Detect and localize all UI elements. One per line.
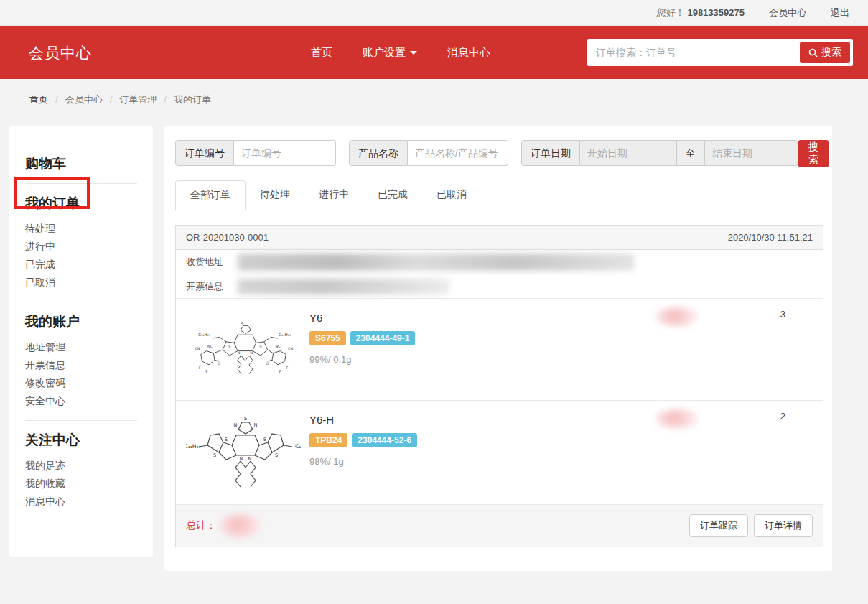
product-name[interactable]: Y6-H bbox=[309, 414, 417, 426]
topbar-member-center-link[interactable]: 会员中心 bbox=[769, 6, 806, 19]
sku-badge: S6755 bbox=[309, 331, 346, 345]
filter-order-no: 订单编号 bbox=[175, 140, 336, 166]
chevron-down-icon bbox=[410, 51, 417, 55]
sidebar-item-cancelled: 已取消 bbox=[25, 274, 137, 292]
svg-text:S: S bbox=[259, 344, 261, 348]
sidebar-title-cart[interactable]: 购物车 bbox=[25, 154, 137, 173]
product-image: S S S N N C₁₁H₂₃ C₁₁H₂₃ NC CN NC CN O O … bbox=[186, 309, 301, 390]
order-status-tabs: 全部订单 待处理 进行中 已完成 已取消 bbox=[175, 180, 823, 210]
filter-search-button[interactable]: 搜索 bbox=[798, 140, 829, 167]
sidebar-item-invoice-info: 开票信息 bbox=[25, 356, 137, 374]
product-info: Y6-H TPB24 2304444-52-6 98%/ 1g bbox=[309, 411, 417, 494]
order-actions: 订单跟踪 订单详情 bbox=[689, 514, 813, 537]
sidebar: 购物车 我的订单 待处理 进行中 已完成 已取消 我的账户 地址管理 开票信息 … bbox=[9, 126, 153, 557]
redacted-price bbox=[655, 307, 697, 326]
brand-title: 会员中心 bbox=[29, 43, 92, 63]
sidebar-title-my-orders[interactable]: 我的订单 bbox=[25, 194, 137, 213]
redacted-shipping-address bbox=[238, 254, 634, 271]
sidebar-title-my-account[interactable]: 我的账户 bbox=[25, 312, 137, 331]
item-quantity: 3 bbox=[780, 309, 785, 320]
header-search-button[interactable]: 搜索 bbox=[799, 41, 851, 64]
tab-cancelled[interactable]: 已取消 bbox=[422, 180, 481, 210]
sidebar-order-links: 待处理 进行中 已完成 已取消 bbox=[25, 220, 137, 292]
sidebar-item-completed: 已完成 bbox=[25, 256, 137, 274]
greeting: 您好！19813359275 bbox=[656, 6, 745, 19]
side-chain-label: C₁₁H₂₃ bbox=[295, 443, 301, 450]
product-info: Y6 S6755 2304444-49-1 99%/ 0.1g bbox=[309, 309, 415, 390]
cas-badge: 2304444-49-1 bbox=[350, 331, 416, 345]
topbar-logout-link[interactable]: 退出 bbox=[831, 6, 849, 19]
svg-text:CN: CN bbox=[288, 347, 293, 350]
filter-date-to-label: 至 bbox=[677, 140, 705, 166]
shipping-address-row: 收货地址 bbox=[176, 250, 823, 274]
product-name[interactable]: Y6 bbox=[309, 312, 415, 324]
nav-home[interactable]: 首页 bbox=[311, 46, 332, 60]
nav-account-settings[interactable]: 账户设置 bbox=[363, 46, 417, 60]
svg-text:S: S bbox=[275, 452, 278, 458]
side-chain-label: C₁₁H₂₃ bbox=[279, 332, 291, 336]
nav-message-center[interactable]: 消息中心 bbox=[447, 46, 490, 60]
svg-text:F: F bbox=[279, 370, 281, 373]
filter-product-input[interactable] bbox=[408, 140, 508, 166]
breadcrumb-member-center: 会员中心 bbox=[48, 93, 103, 106]
filter-order-no-input[interactable] bbox=[234, 140, 336, 166]
svg-text:S: S bbox=[263, 437, 266, 442]
filter-date-start-input[interactable] bbox=[580, 140, 677, 166]
product-badges: TPB24 2304444-52-6 bbox=[309, 433, 417, 447]
product-badges: S6755 2304444-49-1 bbox=[309, 331, 415, 345]
invoice-info-label: 开票信息 bbox=[186, 280, 238, 293]
molecule-structure-icon: S S S N N C₁₁H₂₃ C₁₁H₂₃ NC CN NC CN O O … bbox=[186, 314, 301, 386]
filter-date-label: 订单日期 bbox=[521, 140, 580, 166]
tab-in-progress[interactable]: 进行中 bbox=[304, 180, 363, 210]
cas-badge: 2304444-52-6 bbox=[352, 433, 417, 447]
svg-text:NC: NC bbox=[276, 344, 281, 348]
molecule-structure-icon: S N N S S S S N N C₁₁H₂₃ C₁₁H₂₃ bbox=[186, 412, 301, 493]
filter-order-no-label: 订单编号 bbox=[175, 140, 234, 166]
breadcrumb-my-orders: 我的订单 bbox=[157, 93, 211, 106]
svg-text:S: S bbox=[228, 344, 230, 348]
svg-text:S: S bbox=[225, 437, 228, 442]
filter-product-label: 产品名称 bbox=[349, 140, 408, 166]
tab-all-orders[interactable]: 全部订单 bbox=[175, 180, 246, 210]
sidebar-item-in-progress: 进行中 bbox=[25, 238, 137, 256]
order-datetime: 2020/10/30 11:51:21 bbox=[728, 232, 813, 243]
svg-text:O: O bbox=[266, 361, 269, 365]
svg-text:S: S bbox=[241, 321, 243, 325]
filter-date-end-input[interactable] bbox=[705, 140, 798, 166]
tab-completed[interactable]: 已完成 bbox=[363, 180, 422, 210]
tab-pending[interactable]: 待处理 bbox=[246, 180, 304, 210]
filter-date-range: 订单日期 至 bbox=[521, 140, 798, 166]
svg-text:O: O bbox=[218, 361, 221, 365]
order-card: OR-20201030-0001 2020/10/30 11:51:21 收货地… bbox=[175, 225, 823, 547]
svg-text:F: F bbox=[286, 366, 288, 370]
order-card-footer: 总计： 订单跟踪 订单详情 bbox=[176, 505, 823, 547]
svg-text:NC: NC bbox=[207, 344, 213, 348]
search-icon bbox=[808, 48, 818, 57]
sidebar-item-message-center: 消息中心 bbox=[25, 493, 137, 511]
header-search: 搜索 bbox=[587, 39, 853, 66]
order-item-row: S N N S S S S N N C₁₁H₂₃ C₁₁H₂₃ Y6-H TPB… bbox=[176, 401, 823, 505]
svg-text:N: N bbox=[254, 422, 258, 428]
breadcrumb-home: 首页 bbox=[29, 93, 48, 106]
breadcrumb: 首页 会员中心 订单管理 我的订单 bbox=[29, 93, 211, 106]
greeting-text: 您好！ bbox=[656, 7, 684, 18]
order-detail-button[interactable]: 订单详情 bbox=[754, 514, 813, 537]
user-phone: 19813359275 bbox=[687, 7, 745, 18]
redacted-total-amount bbox=[219, 514, 261, 537]
breadcrumb-order-management: 订单管理 bbox=[103, 93, 157, 106]
side-chain-label: C₁₁H₂₃ bbox=[198, 332, 210, 336]
divider bbox=[25, 183, 137, 184]
sidebar-item-my-favorites: 我的收藏 bbox=[25, 475, 137, 493]
divider bbox=[25, 521, 137, 521]
sidebar-item-pending: 待处理 bbox=[25, 220, 137, 238]
svg-text:F: F bbox=[205, 370, 207, 373]
svg-text:CN: CN bbox=[195, 347, 200, 350]
svg-text:S: S bbox=[213, 452, 216, 458]
order-item-row: S S S N N C₁₁H₂₃ C₁₁H₂₃ NC CN NC CN O O … bbox=[176, 299, 823, 401]
main-panel: 订单编号 产品名称 订单日期 至 搜索 全部订单 待处理 进行中 已完成 已取消… bbox=[164, 126, 832, 571]
sidebar-title-follow-center[interactable]: 关注中心 bbox=[25, 431, 137, 450]
topbar: 您好！19813359275 会员中心 退出 bbox=[0, 0, 868, 26]
filter-product: 产品名称 bbox=[349, 140, 508, 166]
order-track-button[interactable]: 订单跟踪 bbox=[689, 514, 748, 537]
order-card-header: OR-20201030-0001 2020/10/30 11:51:21 bbox=[176, 226, 823, 250]
